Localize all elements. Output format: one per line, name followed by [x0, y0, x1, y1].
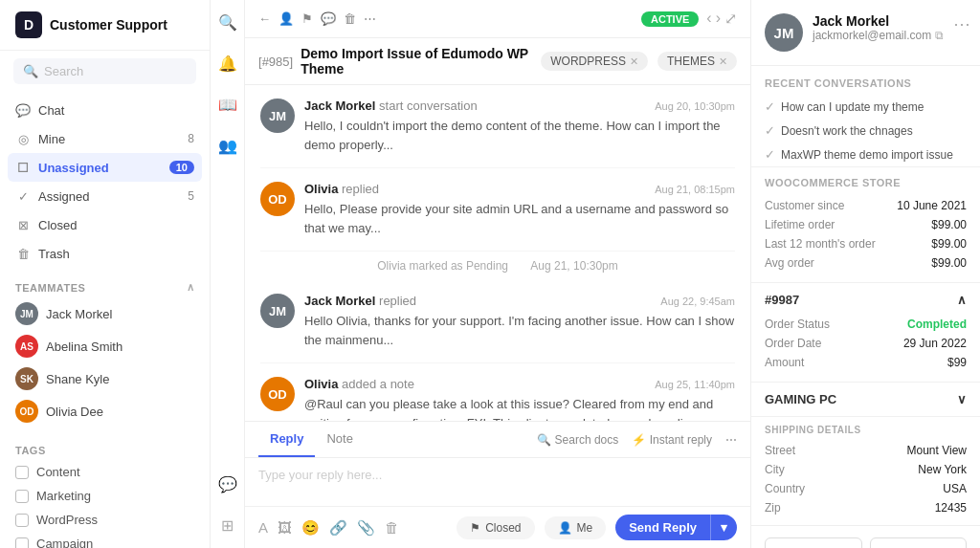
order-row: Amount $99: [765, 353, 967, 372]
contact-email: jackmorkel@email.com ⧉: [813, 29, 944, 42]
chat-header: ← 👤 ⚑ 💬 🗑 ⋯ ACTIVE ‹ › ⤢: [245, 0, 750, 38]
search-box[interactable]: 🔍 Search: [13, 58, 196, 84]
mine-badge: 8: [188, 132, 194, 145]
remove-tag-wordpress[interactable]: ✕: [630, 55, 638, 68]
tag-wordpress[interactable]: WordPress: [0, 508, 210, 532]
send-reply-label[interactable]: Send Reply: [615, 515, 710, 540]
message-content: Jack Morkel start conversation Aug 20, 1…: [304, 99, 735, 154]
search-icon: 🔍: [23, 64, 38, 78]
cancel-button[interactable]: Cancel: [765, 537, 862, 548]
person-icon[interactable]: 👤: [278, 11, 294, 26]
tag-campaign[interactable]: Campaign: [0, 532, 210, 548]
sidebar-item-trash[interactable]: 🗑 Trash: [8, 239, 202, 268]
grid-icon[interactable]: ⊞: [217, 513, 237, 538]
flag-small-icon: ⚑: [470, 521, 480, 535]
recent-conv-text: MaxWP theme demo import issue: [781, 148, 953, 162]
avatar: OD: [15, 400, 38, 423]
message-item: JM Jack Morkel replied Aug 22, 9:45am He…: [260, 280, 735, 363]
sidebar-item-mine[interactable]: ◎ Mine 8: [8, 124, 202, 153]
woo-section: WOOCOMMERCE STORE Customer since 10 June…: [751, 166, 980, 282]
shipping-row: Zip 12435: [765, 498, 967, 517]
back-icon[interactable]: ←: [258, 11, 271, 26]
teammate-name: Olivia Dee: [46, 405, 103, 419]
chat-bubble-icon[interactable]: 💬: [321, 11, 336, 26]
woo-label: Last 12 month's order: [765, 237, 876, 251]
action-buttons: Cancel Refund: [751, 525, 980, 548]
sidebar-item-closed[interactable]: ⊠ Closed: [8, 210, 202, 239]
avatar: JM: [260, 99, 295, 133]
woo-label: Avg order: [765, 256, 814, 270]
order-collapse-icon[interactable]: ∧: [957, 293, 967, 307]
refund-button[interactable]: Refund: [870, 537, 968, 548]
woo-value: 10 June 2021: [897, 199, 967, 212]
message-time: Aug 21, 08:15pm: [655, 184, 735, 195]
send-reply-dropdown-icon[interactable]: ▾: [710, 515, 737, 540]
recent-conv-item[interactable]: ✓ How can I update my theme: [751, 95, 980, 119]
more-icon[interactable]: ⋯: [364, 11, 376, 26]
sidebar-item-assigned[interactable]: ✓ Assigned 5: [8, 182, 202, 210]
order-label: Order Date: [765, 337, 821, 350]
right-panel: JM Jack Morkel jackmorkel@email.com ⧉ ⋯ …: [750, 0, 980, 548]
tag-label: WORDPRESS: [550, 55, 626, 68]
gaming-pc-label: GAMING PC: [765, 392, 836, 406]
people-icon[interactable]: 👥: [214, 133, 241, 159]
recent-conv-item[interactable]: ✓ MaxWP theme demo import issue: [751, 142, 980, 166]
bell-icon[interactable]: 🔔: [214, 51, 241, 77]
emoji-icon[interactable]: 😊: [301, 519, 320, 537]
teammate-jack[interactable]: JM Jack Morkel: [0, 297, 210, 330]
tag-content[interactable]: Content: [0, 460, 210, 484]
shipping-value: 12435: [935, 501, 967, 515]
contact-avatar: JM: [765, 13, 803, 52]
instant-reply-link[interactable]: ⚡ Instant reply: [632, 433, 712, 447]
flag-icon[interactable]: ⚑: [301, 11, 313, 26]
shipping-row: City New York: [765, 460, 967, 479]
delete-icon[interactable]: 🗑: [344, 11, 356, 26]
search-docs-link[interactable]: 🔍 Search docs: [537, 433, 618, 447]
closed-status-btn[interactable]: ⚑ Closed: [457, 516, 534, 539]
gaming-pc-chevron: ∨: [957, 392, 967, 406]
teammate-abelina[interactable]: AS Abelina Smith: [0, 330, 210, 362]
prev-ticket-icon[interactable]: ‹: [706, 10, 711, 28]
recent-conv-item[interactable]: ✓ Doesn't work the chnages: [751, 119, 980, 142]
reply-editor[interactable]: Type your reply here...: [245, 458, 750, 506]
message-icon[interactable]: 💬: [214, 471, 241, 497]
link-icon[interactable]: 🔗: [329, 519, 347, 537]
next-ticket-icon[interactable]: ›: [716, 10, 721, 28]
order-status: Completed: [907, 318, 967, 331]
teammate-olivia[interactable]: OD Olivia Dee: [0, 395, 210, 427]
tab-reply[interactable]: Reply: [258, 422, 315, 457]
more-options-icon[interactable]: ⋯: [725, 433, 737, 447]
image-icon[interactable]: 🖼: [278, 519, 292, 536]
book-icon[interactable]: 📖: [214, 92, 241, 118]
person-small-icon: 👤: [558, 521, 572, 535]
format-text-icon[interactable]: A: [258, 519, 268, 536]
gaming-pc-row[interactable]: GAMING PC ∨: [751, 382, 980, 416]
copy-email-icon[interactable]: ⧉: [935, 29, 944, 42]
message-author: Jack Morkel replied: [304, 294, 416, 308]
attach-icon[interactable]: 📎: [357, 519, 375, 537]
expand-icon[interactable]: ⤢: [724, 10, 737, 28]
search-sidebar-icon[interactable]: 🔍: [214, 10, 241, 35]
teammate-shane[interactable]: SK Shane Kyle: [0, 362, 210, 395]
send-reply-btn[interactable]: Send Reply ▾: [615, 515, 737, 540]
shipping-value: USA: [943, 482, 967, 495]
avatar: OD: [260, 182, 295, 216]
order-row: Order Status Completed: [765, 315, 967, 334]
remove-tag-themes[interactable]: ✕: [719, 55, 727, 68]
sidebar-item-unassigned[interactable]: ☐ Unassigned 10: [8, 153, 202, 182]
closed-label: Closed: [485, 521, 521, 535]
tab-note[interactable]: Note: [315, 422, 364, 457]
ticket-title: Demo Import Issue of Edumodo WP Theme: [301, 46, 533, 77]
sidebar-item-chat[interactable]: 💬 Chat: [8, 96, 202, 124]
contact-more-icon[interactable]: ⋯: [953, 13, 970, 34]
delete-msg-icon[interactable]: 🗑: [385, 519, 399, 536]
message-item: OD Olivia added a note Aug 25, 11:40pm @…: [260, 363, 735, 421]
reply-toolbar: A 🖼 😊 🔗 📎 🗑 ⚑ Closed 👤 Me Send Reply ▾: [245, 506, 750, 548]
ticket-title-row: [#985] Demo Import Issue of Edumodo WP T…: [245, 38, 750, 85]
tag-marketing[interactable]: Marketing: [0, 484, 210, 508]
order-header: #9987 ∧: [765, 293, 967, 307]
messages-area: JM Jack Morkel start conversation Aug 20…: [245, 85, 750, 421]
teammates-collapse-icon[interactable]: ∧: [187, 281, 195, 294]
assign-me-btn[interactable]: 👤 Me: [545, 516, 607, 539]
order-value: 29 Jun 2022: [903, 337, 967, 350]
